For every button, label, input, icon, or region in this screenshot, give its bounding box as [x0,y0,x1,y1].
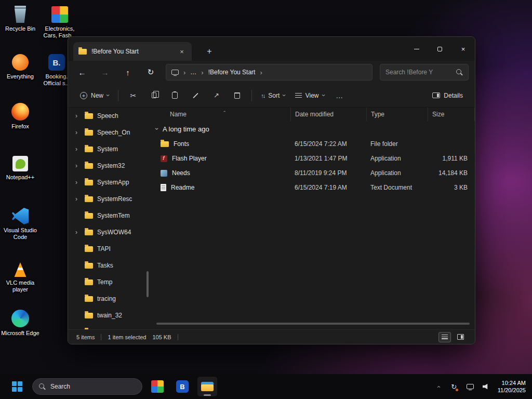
view-button[interactable]: View [290,88,329,103]
new-button[interactable]: New [75,88,114,103]
desktop-icon-firefox[interactable]: Firefox [1,102,39,130]
chevron-up-icon [434,385,441,388]
notepadpp-icon [12,156,28,171]
desktop-icon-notepadpp[interactable]: Notepad++ [1,153,39,181]
up-button[interactable] [120,64,136,80]
tree-item-system[interactable]: System [68,141,151,157]
tray-expand-button[interactable] [433,382,443,391]
expand-chevron-icon[interactable] [75,179,81,185]
desktop-icon-vscode[interactable]: Visual Studio Code [1,206,39,241]
sort-button[interactable]: Sort [256,88,290,103]
maximize-icon [437,47,442,51]
tree-item-syswow64[interactable]: SysWOW64 [68,224,151,241]
details-pane-icon [432,92,440,98]
copy-button[interactable] [143,87,164,104]
breadcrumb-current[interactable]: !Before You Start [208,69,256,76]
more-options-button[interactable]: … [329,87,350,104]
thumbnail-view-icon [457,334,464,340]
tree-item-temp[interactable]: Temp [68,274,151,290]
cut-button[interactable] [123,87,143,104]
expand-chevron-icon[interactable] [75,146,81,152]
minimize-button[interactable] [405,37,428,61]
sort-ascending-icon [222,111,227,112]
desktop-icon-electronics[interactable]: Electronics, Cars, Fash... [41,4,79,39]
address-bar[interactable]: … !Before You Start [166,64,373,81]
tree-item-systemapp[interactable]: SystemApp [68,174,151,191]
taskbar-clock[interactable]: 10:24 AM 11/20/2025 [498,379,526,394]
folder-icon [78,49,87,55]
tree-item-tracing[interactable]: tracing [68,290,151,307]
volume-button[interactable] [482,382,491,391]
search-box[interactable]: Search !Before Y [380,64,469,81]
desktop-icon-recycle-bin[interactable]: Recycle Bin [1,4,39,32]
expand-chevron-icon[interactable] [75,113,81,119]
desktop-icon-edge[interactable]: Microsoft Edge [1,309,39,337]
folder-icon [85,313,93,318]
start-button[interactable] [7,377,27,396]
tree-item-twain32[interactable]: twain_32 [68,307,151,324]
chevron-down-icon [281,94,288,96]
search-placeholder: Search !Before Y [385,69,433,76]
text-document-icon [161,184,166,191]
tree-item-systemtem[interactable]: SystemTem [68,207,151,224]
tree-item-speech-on[interactable]: Speech_On [68,124,151,141]
large-icons-view-toggle[interactable] [454,332,467,342]
folder-icon [85,280,93,285]
item-count: 5 items [76,334,95,340]
minimize-icon [414,49,419,49]
expand-chevron-icon[interactable] [75,196,81,202]
refresh-button[interactable] [143,64,158,80]
desktop-icon-label: Firefox [11,123,29,130]
back-button[interactable] [74,64,90,80]
file-row-readme[interactable]: Readme 6/15/2024 7:19 AM Text Document 3… [151,180,475,195]
search-icon [39,383,46,390]
file-row-fonts[interactable]: Fonts 6/15/2024 7:22 AM File folder [151,137,475,151]
tab-close-icon[interactable] [177,47,187,56]
chevron-right-icon [201,69,203,76]
details-view-toggle[interactable] [438,332,451,342]
file-row-needs[interactable]: Needs 8/11/2019 9:24 PM Application 14,1… [151,166,475,180]
taskbar-app-colorful[interactable] [148,377,167,396]
collapse-chevron-icon[interactable] [154,128,160,130]
horizontal-scrollbar[interactable] [156,323,470,325]
column-header-type[interactable]: Type [366,108,428,121]
maximize-button[interactable] [428,37,451,61]
file-explorer-window: !Before You Start … !Before You Start [68,36,475,344]
group-header[interactable]: A long time ago [151,121,475,137]
expand-chevron-icon[interactable] [75,229,81,235]
sidebar-scrollbar[interactable] [147,271,149,297]
display-network-button[interactable] [466,382,475,391]
expand-chevron-icon[interactable] [75,163,81,169]
folder-icon [85,296,93,302]
sync-status-button[interactable] [449,382,459,391]
file-row-flash-player[interactable]: Flash Player 1/13/2021 1:47 PM Applicati… [151,151,475,166]
tree-item-tapi[interactable]: TAPI [68,241,151,257]
desktop-icon-everything[interactable]: Everything [1,52,39,80]
delete-button[interactable] [227,87,247,104]
new-tab-button[interactable] [203,45,216,58]
close-button[interactable] [451,37,475,61]
expand-chevron-icon[interactable] [75,129,81,136]
forward-button[interactable] [97,64,113,80]
rename-icon [193,92,198,98]
tree-item-systemresc[interactable]: SystemResc [68,191,151,207]
tree-item-uus[interactable]: UUS [68,324,151,329]
tree-item-system32[interactable]: System32 [68,157,151,174]
desktop-icon-vlc[interactable]: VLC media player [1,258,39,293]
column-header-name[interactable]: Name [151,108,290,121]
tree-item-speech[interactable]: Speech [68,108,151,124]
tree-item-tasks[interactable]: Tasks [68,257,151,274]
breadcrumb-overflow[interactable]: … [190,69,196,76]
paste-button[interactable] [164,87,185,104]
column-header-size[interactable]: Size [428,108,475,121]
everything-icon [12,54,29,71]
rename-button[interactable] [185,87,206,104]
taskbar-search[interactable]: Search [32,378,142,395]
share-button[interactable] [206,87,227,104]
details-pane-button[interactable]: Details [428,88,468,103]
explorer-tab[interactable]: !Before You Start [73,42,192,61]
monitor-icon [467,384,474,389]
taskbar-file-explorer[interactable] [197,377,217,396]
taskbar-app-booking[interactable]: B [172,377,192,396]
column-header-date-modified[interactable]: Date modified [290,108,366,121]
